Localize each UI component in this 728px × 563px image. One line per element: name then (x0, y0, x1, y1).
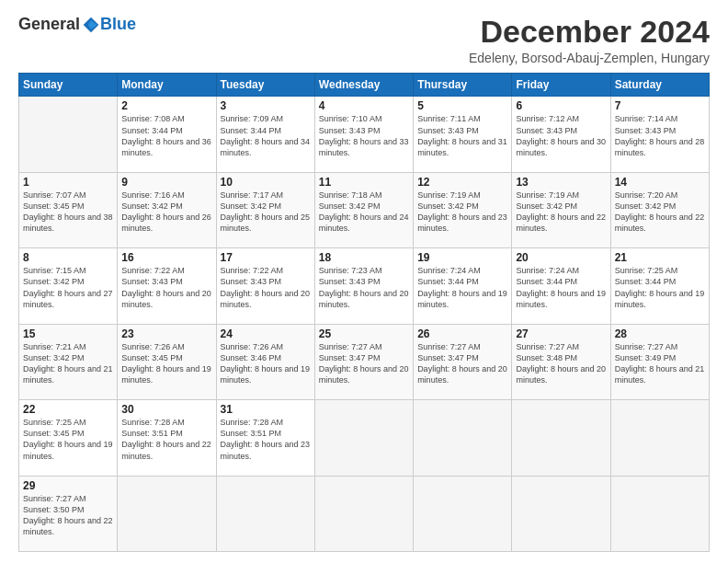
table-row: 17 Sunrise: 7:22 AMSunset: 3:43 PMDaylig… (216, 248, 314, 324)
table-row: 8 Sunrise: 7:15 AMSunset: 3:42 PMDayligh… (19, 248, 118, 324)
table-row: 3 Sunrise: 7:09 AMSunset: 3:44 PMDayligh… (216, 97, 314, 172)
logo: General Blue (18, 15, 136, 34)
day-number: 22 (23, 403, 113, 416)
col-tuesday: Tuesday (216, 74, 314, 97)
day-number: 12 (417, 176, 507, 189)
calendar-week-row: 22 Sunrise: 7:25 AMSunset: 3:45 PMDaylig… (19, 400, 710, 476)
day-number: 27 (516, 327, 606, 340)
table-row: 2 Sunrise: 7:08 AMSunset: 3:44 PMDayligh… (118, 97, 216, 172)
table-row (610, 400, 709, 476)
day-number: 17 (221, 251, 311, 264)
table-row (512, 476, 610, 552)
day-number: 13 (516, 176, 606, 189)
day-number: 14 (615, 176, 705, 189)
day-info: Sunrise: 7:24 AMSunset: 3:44 PMDaylight:… (516, 266, 606, 308)
day-info: Sunrise: 7:28 AMSunset: 3:51 PMDaylight:… (121, 418, 211, 460)
subtitle: Edeleny, Borsod-Abauj-Zemplen, Hungary (469, 51, 710, 65)
day-info: Sunrise: 7:27 AMSunset: 3:48 PMDaylight:… (516, 342, 606, 385)
table-row: 28 Sunrise: 7:27 AMSunset: 3:49 PMDaylig… (610, 324, 709, 399)
table-row: 27 Sunrise: 7:27 AMSunset: 3:48 PMDaylig… (512, 324, 610, 399)
logo-blue: Blue (100, 15, 136, 34)
day-info: Sunrise: 7:25 AMSunset: 3:44 PMDaylight:… (615, 266, 705, 308)
table-row (610, 476, 709, 552)
table-row: 30 Sunrise: 7:28 AMSunset: 3:51 PMDaylig… (118, 400, 216, 476)
day-info: Sunrise: 7:26 AMSunset: 3:45 PMDaylight:… (121, 342, 211, 385)
day-info: Sunrise: 7:12 AMSunset: 3:43 PMDaylight:… (516, 114, 606, 156)
table-row (414, 400, 512, 476)
day-number: 28 (615, 327, 705, 340)
table-row: 1 Sunrise: 7:07 AMSunset: 3:45 PMDayligh… (19, 172, 118, 247)
logo-text: General Blue (18, 15, 136, 34)
table-row: 18 Sunrise: 7:23 AMSunset: 3:43 PMDaylig… (314, 248, 413, 324)
calendar-week-row: 8 Sunrise: 7:15 AMSunset: 3:42 PMDayligh… (19, 248, 710, 324)
day-number: 20 (516, 251, 606, 264)
day-info: Sunrise: 7:23 AMSunset: 3:43 PMDaylight:… (319, 266, 409, 308)
table-row: 15 Sunrise: 7:21 AMSunset: 3:42 PMDaylig… (19, 324, 118, 399)
table-row: 31 Sunrise: 7:28 AMSunset: 3:51 PMDaylig… (216, 400, 314, 476)
day-number: 4 (319, 99, 409, 112)
day-number: 15 (23, 327, 113, 340)
table-row: 7 Sunrise: 7:14 AMSunset: 3:43 PMDayligh… (610, 97, 709, 172)
col-friday: Friday (512, 74, 610, 97)
logo-general: General (18, 15, 80, 34)
day-info: Sunrise: 7:16 AMSunset: 3:42 PMDaylight:… (121, 190, 211, 233)
table-row (118, 476, 216, 552)
day-number: 25 (319, 327, 409, 340)
table-row: 6 Sunrise: 7:12 AMSunset: 3:43 PMDayligh… (512, 97, 610, 172)
day-number: 24 (221, 327, 311, 340)
day-info: Sunrise: 7:08 AMSunset: 3:44 PMDaylight:… (121, 114, 211, 156)
day-number: 30 (121, 403, 211, 416)
day-info: Sunrise: 7:19 AMSunset: 3:42 PMDaylight:… (417, 190, 507, 233)
day-number: 29 (23, 479, 113, 492)
col-saturday: Saturday (610, 74, 709, 97)
table-row: 21 Sunrise: 7:25 AMSunset: 3:44 PMDaylig… (610, 248, 709, 324)
day-info: Sunrise: 7:22 AMSunset: 3:43 PMDaylight:… (121, 266, 211, 308)
day-info: Sunrise: 7:24 AMSunset: 3:44 PMDaylight:… (417, 266, 507, 308)
day-number: 18 (319, 251, 409, 264)
day-info: Sunrise: 7:22 AMSunset: 3:43 PMDaylight:… (221, 266, 311, 308)
calendar-week-row: 1 Sunrise: 7:07 AMSunset: 3:45 PMDayligh… (19, 172, 710, 247)
day-number: 1 (23, 176, 113, 189)
day-info: Sunrise: 7:25 AMSunset: 3:45 PMDaylight:… (23, 418, 113, 460)
table-row (414, 476, 512, 552)
day-number: 26 (417, 327, 507, 340)
day-info: Sunrise: 7:28 AMSunset: 3:51 PMDaylight:… (221, 418, 311, 460)
table-row: 24 Sunrise: 7:26 AMSunset: 3:46 PMDaylig… (216, 324, 314, 399)
day-info: Sunrise: 7:18 AMSunset: 3:42 PMDaylight:… (319, 190, 409, 233)
day-info: Sunrise: 7:21 AMSunset: 3:42 PMDaylight:… (23, 342, 113, 385)
main-title: December 2024 (469, 15, 710, 49)
calendar-table: Sunday Monday Tuesday Wednesday Thursday… (18, 73, 710, 552)
day-number: 6 (516, 99, 606, 112)
day-number: 31 (221, 403, 311, 416)
day-number: 16 (121, 251, 211, 264)
day-info: Sunrise: 7:11 AMSunset: 3:43 PMDaylight:… (417, 114, 507, 156)
page: General Blue December 2024 Edeleny, Bors… (0, 0, 728, 563)
day-number: 8 (23, 251, 113, 264)
table-row: 25 Sunrise: 7:27 AMSunset: 3:47 PMDaylig… (314, 324, 413, 399)
day-info: Sunrise: 7:07 AMSunset: 3:45 PMDaylight:… (23, 190, 113, 233)
header: General Blue December 2024 Edeleny, Bors… (18, 15, 710, 65)
table-row: 13 Sunrise: 7:19 AMSunset: 3:42 PMDaylig… (512, 172, 610, 247)
day-info: Sunrise: 7:26 AMSunset: 3:46 PMDaylight:… (221, 342, 311, 385)
table-row: 4 Sunrise: 7:10 AMSunset: 3:43 PMDayligh… (314, 97, 413, 172)
col-monday: Monday (118, 74, 216, 97)
table-row: 14 Sunrise: 7:20 AMSunset: 3:42 PMDaylig… (610, 172, 709, 247)
day-number: 23 (121, 327, 211, 340)
day-number: 10 (221, 176, 311, 189)
table-row (216, 476, 314, 552)
day-info: Sunrise: 7:27 AMSunset: 3:49 PMDaylight:… (615, 342, 705, 385)
table-row: 23 Sunrise: 7:26 AMSunset: 3:45 PMDaylig… (118, 324, 216, 399)
day-info: Sunrise: 7:10 AMSunset: 3:43 PMDaylight:… (319, 114, 409, 156)
calendar-week-row: 29 Sunrise: 7:27 AMSunset: 3:50 PMDaylig… (19, 476, 710, 552)
table-row: 20 Sunrise: 7:24 AMSunset: 3:44 PMDaylig… (512, 248, 610, 324)
day-info: Sunrise: 7:17 AMSunset: 3:42 PMDaylight:… (221, 190, 311, 233)
col-thursday: Thursday (414, 74, 512, 97)
day-info: Sunrise: 7:27 AMSunset: 3:47 PMDaylight:… (417, 342, 507, 385)
day-info: Sunrise: 7:20 AMSunset: 3:42 PMDaylight:… (615, 190, 705, 233)
day-number: 19 (417, 251, 507, 264)
day-number: 2 (121, 99, 211, 112)
day-number: 7 (615, 99, 705, 112)
table-row: 22 Sunrise: 7:25 AMSunset: 3:45 PMDaylig… (19, 400, 118, 476)
day-number: 3 (221, 99, 311, 112)
logo-icon (82, 16, 100, 34)
